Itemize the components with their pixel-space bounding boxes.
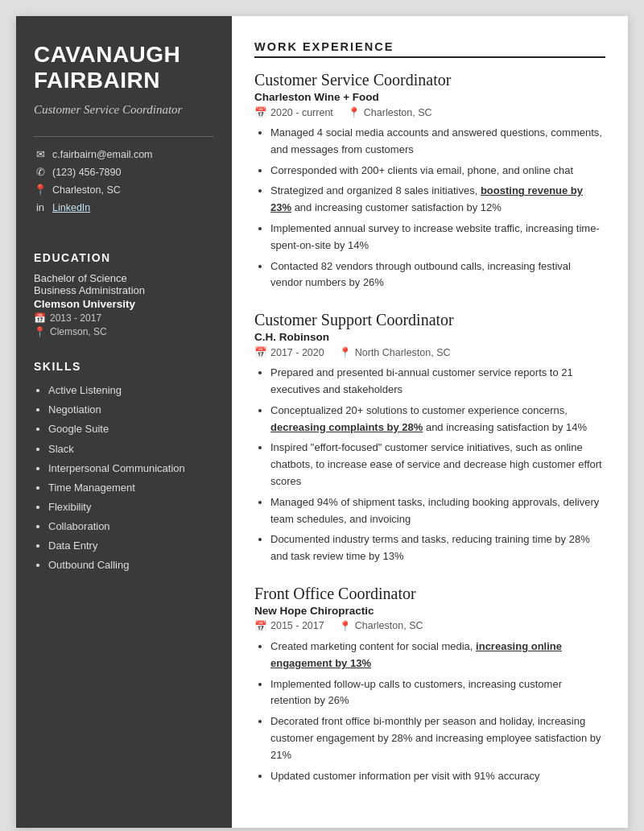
bullet: Implemented follow-up calls to customers… — [270, 676, 605, 710]
bullet: Implemented annual survey to increase we… — [270, 221, 605, 254]
edu-years: 2013 - 2017 — [50, 312, 101, 324]
main-content: WORK EXPERIENCE Customer Service Coordin… — [232, 16, 628, 828]
skills-section-title: SKILLS — [34, 360, 214, 373]
calendar-icon: 📅 — [254, 620, 267, 632]
contact-linkedin[interactable]: in LinkedIn — [34, 201, 214, 213]
skill-item: Negotiation — [48, 400, 214, 420]
highlight: decreasing complaints by 28% — [270, 421, 423, 433]
location-icon: 📍 — [348, 106, 361, 118]
bullet: Contacted 82 vendors through outbound ca… — [270, 258, 605, 292]
bullet: Decorated front office bi-monthly per se… — [270, 713, 605, 763]
bullet: Strategized and organized 8 sales initia… — [270, 183, 605, 217]
job-years-2: 📅 2017 - 2020 — [254, 346, 324, 358]
edu-location-icon: 📍 — [34, 326, 46, 337]
edu-location: Clemson, SC — [50, 326, 107, 337]
skills-list: Active Listening Negotiation Google Suit… — [34, 381, 214, 574]
bullet: Inspired "effort-focused" customer servi… — [270, 440, 605, 490]
job-title-3: Front Office Coordinator — [254, 585, 605, 603]
calendar-icon: 📅 — [254, 106, 267, 118]
job-location-2: 📍 North Charleston, SC — [339, 346, 451, 358]
job-title-1: Customer Service Coordinator — [254, 71, 605, 89]
job-location-3: 📍 Charleston, SC — [339, 620, 423, 632]
job-bullets-3: Created marketing content for social med… — [254, 639, 605, 784]
skill-item: Active Listening — [48, 381, 214, 400]
job-company-2: C.H. Robinson — [254, 331, 605, 343]
education-block: Bachelor of Science Business Administrat… — [34, 272, 214, 337]
job-meta-3: 📅 2015 - 2017 📍 Charleston, SC — [254, 620, 605, 632]
calendar-icon: 📅 — [254, 346, 267, 358]
job-years-3: 📅 2015 - 2017 — [254, 620, 324, 632]
job-bullets-2: Prepared and presented bi-annual custome… — [254, 365, 605, 565]
job-block-1: Customer Service Coordinator Charleston … — [254, 71, 605, 291]
job-location-1: 📍 Charleston, SC — [348, 106, 432, 118]
candidate-name: CAVANAUGH FAIRBAIRN — [34, 42, 214, 93]
job-bullets-1: Managed 4 social media accounts and answ… — [254, 125, 605, 291]
calendar-icon: 📅 — [34, 312, 46, 324]
contact-location: 📍 Charleston, SC — [34, 184, 214, 196]
bullet: Created marketing content for social med… — [270, 639, 605, 672]
edu-degree: Bachelor of Science — [34, 272, 214, 284]
bullet: Updated customer information per visit w… — [270, 768, 605, 785]
job-meta-2: 📅 2017 - 2020 📍 North Charleston, SC — [254, 346, 605, 358]
highlight: increasing online engagement by 13% — [270, 640, 562, 669]
sidebar: CAVANAUGH FAIRBAIRN Customer Service Coo… — [16, 16, 232, 828]
skill-item: Google Suite — [48, 420, 214, 439]
bullet: Documented industry terms and tasks, red… — [270, 531, 605, 565]
bullet: Prepared and presented bi-annual custome… — [270, 365, 605, 399]
contact-section: ✉ c.fairbairn@email.com ✆ (123) 456-7890… — [34, 136, 214, 219]
skill-item: Time Management — [48, 478, 214, 498]
job-title-2: Customer Support Coordinator — [254, 311, 605, 329]
edu-major: Business Administration — [34, 284, 214, 296]
skill-item: Data Entry — [48, 536, 214, 556]
skill-item: Slack — [48, 440, 214, 459]
bullet: Managed 4 social media accounts and answ… — [270, 125, 605, 159]
job-years-1: 📅 2020 - current — [254, 106, 333, 118]
skill-item: Outbound Calling — [48, 556, 214, 575]
name-line2: FAIRBAIRN — [34, 68, 160, 93]
skill-item: Interpersonal Communication — [48, 459, 214, 478]
phone-icon: ✆ — [34, 166, 47, 178]
education-section-title: EDUCATION — [34, 251, 214, 264]
highlight: boosting revenue by 23% — [270, 184, 583, 213]
job-company-3: New Hope Chiropractic — [254, 605, 605, 617]
name-line1: CAVANAUGH — [34, 42, 180, 67]
job-block-2: Customer Support Coordinator C.H. Robins… — [254, 311, 605, 565]
skill-item: Flexibility — [48, 498, 214, 517]
edu-years-meta: 📅 2013 - 2017 — [34, 312, 214, 324]
bullet: Corresponded with 200+ clients via email… — [270, 163, 605, 180]
location-icon: 📍 — [339, 346, 352, 358]
job-block-3: Front Office Coordinator New Hope Chirop… — [254, 585, 605, 784]
edu-school: Clemson University — [34, 298, 214, 310]
skill-item: Collaboration — [48, 517, 214, 536]
contact-email: ✉ c.fairbairn@email.com — [34, 148, 214, 160]
contact-phone: ✆ (123) 456-7890 — [34, 166, 214, 178]
location-icon: 📍 — [34, 184, 47, 196]
candidate-title: Customer Service Coordinator — [34, 101, 214, 118]
linkedin-link[interactable]: LinkedIn — [52, 202, 90, 213]
resume-container: CAVANAUGH FAIRBAIRN Customer Service Coo… — [16, 16, 628, 828]
linkedin-icon: in — [34, 201, 47, 213]
job-company-1: Charleston Wine + Food — [254, 91, 605, 103]
work-experience-title: WORK EXPERIENCE — [254, 40, 605, 58]
bullet: Conceptualized 20+ solutions to customer… — [270, 403, 605, 436]
location-icon: 📍 — [339, 620, 352, 632]
job-meta-1: 📅 2020 - current 📍 Charleston, SC — [254, 106, 605, 118]
edu-location-meta: 📍 Clemson, SC — [34, 326, 214, 337]
bullet: Managed 94% of shipment tasks, including… — [270, 494, 605, 528]
email-icon: ✉ — [34, 148, 47, 160]
